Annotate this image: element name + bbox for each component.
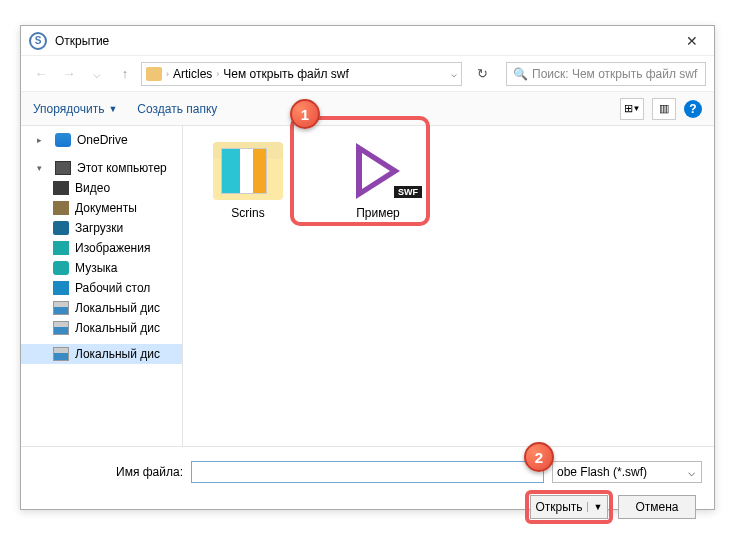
folder-icon — [146, 67, 162, 81]
sidebar-item-desktop[interactable]: Рабочий стол — [21, 278, 182, 298]
sidebar-item-documents[interactable]: Документы — [21, 198, 182, 218]
window-title: Открытие — [55, 34, 109, 48]
disk-icon — [53, 347, 69, 361]
preview-pane-icon[interactable]: ▥ — [652, 98, 676, 120]
help-icon[interactable]: ? — [684, 100, 702, 118]
search-input[interactable]: 🔍 Поиск: Чем открыть файл swf — [506, 62, 706, 86]
chevron-right-icon: › — [166, 69, 169, 79]
onedrive-icon — [55, 133, 71, 147]
sidebar-item-disk[interactable]: Локальный дис — [21, 344, 182, 364]
sidebar-item-music[interactable]: Музыка — [21, 258, 182, 278]
swf-file-item[interactable]: SWF Пример — [333, 142, 423, 220]
sidebar-item-this-pc[interactable]: ▾Этот компьютер — [21, 158, 182, 178]
sidebar-item-onedrive[interactable]: ▸OneDrive — [21, 130, 182, 150]
search-icon: 🔍 — [513, 67, 528, 81]
breadcrumb-seg[interactable]: Articles — [173, 67, 212, 81]
toolbar: Упорядочить ▼ Создать папку ⊞ ▼ ▥ ? — [21, 92, 714, 126]
folder-icon — [213, 142, 283, 200]
chevron-down-icon: ▼ — [587, 502, 603, 512]
view-options-icon[interactable]: ⊞ ▼ — [620, 98, 644, 120]
downloads-icon — [53, 221, 69, 235]
organize-button[interactable]: Упорядочить ▼ — [33, 102, 117, 116]
swf-badge: SWF — [394, 186, 422, 198]
cancel-button[interactable]: Отмена — [618, 495, 696, 519]
expand-icon[interactable]: ▸ — [37, 135, 47, 145]
chevron-right-icon: › — [216, 69, 219, 79]
new-folder-button[interactable]: Создать папку — [137, 102, 217, 116]
titlebar: S Открытие ✕ — [21, 26, 714, 56]
chevron-down-icon[interactable]: ⌵ — [85, 62, 109, 86]
sidebar: ▸OneDrive ▾Этот компьютер Видео Документ… — [21, 126, 183, 446]
up-icon[interactable]: ↑ — [113, 62, 137, 86]
forward-icon[interactable]: → — [57, 62, 81, 86]
footer: Имя файла: obe Flash (*.swf) Открыть ▼ О… — [21, 446, 714, 533]
filename-input[interactable] — [191, 461, 544, 483]
search-placeholder: Поиск: Чем открыть файл swf — [532, 67, 697, 81]
video-icon — [53, 181, 69, 195]
sidebar-item-disk[interactable]: Локальный дис — [21, 298, 182, 318]
documents-icon — [53, 201, 69, 215]
file-pane[interactable]: Scrins SWF Пример — [183, 126, 714, 446]
filename-label: Имя файла: — [33, 465, 183, 479]
sidebar-item-video[interactable]: Видео — [21, 178, 182, 198]
file-label: Scrins — [203, 206, 293, 220]
breadcrumb[interactable]: › Articles › Чем открыть файл swf ⌵ — [141, 62, 462, 86]
chevron-down-icon: ▼ — [108, 104, 117, 114]
disk-icon — [53, 301, 69, 315]
desktop-icon — [53, 281, 69, 295]
file-open-dialog: S Открытие ✕ ← → ⌵ ↑ › Articles › Чем от… — [20, 25, 715, 510]
expand-icon[interactable]: ▾ — [37, 163, 47, 173]
open-button[interactable]: Открыть ▼ — [530, 495, 608, 519]
sidebar-item-disk[interactable]: Локальный дис — [21, 318, 182, 338]
images-icon — [53, 241, 69, 255]
music-icon — [53, 261, 69, 275]
pc-icon — [55, 161, 71, 175]
back-icon[interactable]: ← — [29, 62, 53, 86]
sidebar-item-downloads[interactable]: Загрузки — [21, 218, 182, 238]
refresh-icon[interactable]: ↻ — [470, 62, 494, 86]
chevron-down-icon[interactable]: ⌵ — [451, 68, 457, 79]
folder-item[interactable]: Scrins — [203, 142, 293, 220]
close-icon[interactable]: ✕ — [678, 29, 706, 53]
swf-icon: SWF — [342, 142, 414, 200]
file-label: Пример — [333, 206, 423, 220]
app-icon: S — [29, 32, 47, 50]
breadcrumb-seg[interactable]: Чем открыть файл swf — [223, 67, 348, 81]
file-type-filter[interactable]: obe Flash (*.swf) — [552, 461, 702, 483]
navbar: ← → ⌵ ↑ › Articles › Чем открыть файл sw… — [21, 56, 714, 92]
disk-icon — [53, 321, 69, 335]
sidebar-item-images[interactable]: Изображения — [21, 238, 182, 258]
